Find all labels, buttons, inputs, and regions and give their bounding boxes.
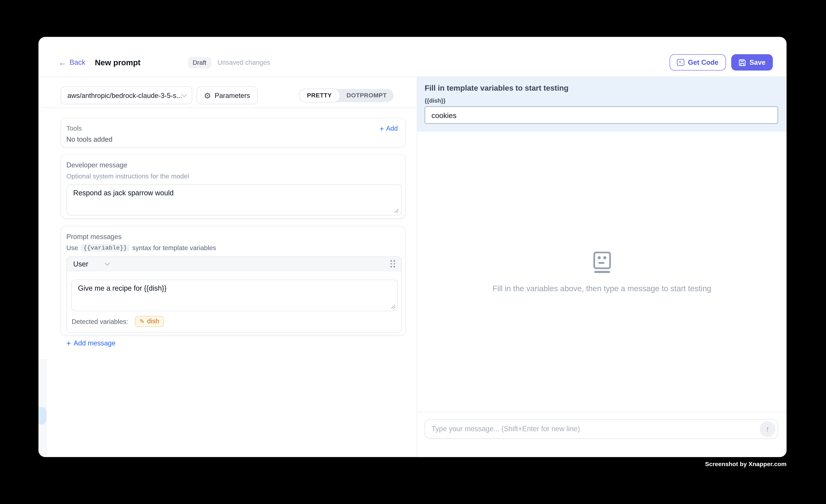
parameters-label: Parameters bbox=[215, 91, 250, 99]
tester-panel: Fill in template variables to start test… bbox=[417, 77, 786, 457]
back-arrow-icon: ← bbox=[58, 58, 66, 66]
tools-empty-text: No tools added bbox=[66, 135, 398, 143]
chat-input-box: ↑ bbox=[425, 419, 778, 439]
send-arrow-icon: ↑ bbox=[766, 425, 769, 433]
empty-state-text: Fill in the variables above, then type a… bbox=[492, 284, 711, 293]
model-row: aws/anthropic/bedrock-claude-3-5-s... ⚙ … bbox=[39, 77, 417, 108]
save-button[interactable]: Save bbox=[731, 54, 773, 71]
header-actions: >_ Get Code Save bbox=[669, 54, 773, 71]
back-label: Back bbox=[69, 58, 85, 66]
screenshot-stage: ← Back New prompt Draft Unsaved changes … bbox=[0, 0, 826, 504]
developer-message-subtitle: Optional system instructions for the mod… bbox=[66, 173, 401, 180]
variable-badge-dish[interactable]: ✎ dish bbox=[135, 316, 164, 327]
edge-highlight-fragment bbox=[39, 407, 46, 425]
prompt-messages-title: Prompt messages bbox=[66, 233, 401, 241]
developer-message-input[interactable] bbox=[66, 184, 402, 215]
developer-message-field-wrap bbox=[66, 184, 401, 215]
add-tool-label: Add bbox=[386, 125, 398, 132]
unsaved-changes-text: Unsaved changes bbox=[217, 59, 270, 66]
detected-variables-row: Detected variables: ✎ dish bbox=[67, 311, 401, 332]
detected-variables-label: Detected variables: bbox=[72, 318, 128, 325]
variables-fill-section: Fill in template variables to start test… bbox=[417, 77, 786, 132]
back-button[interactable]: ← Back bbox=[58, 58, 85, 66]
variable-value-input[interactable] bbox=[425, 106, 778, 124]
message-role-select[interactable]: User bbox=[73, 260, 109, 268]
status-badge: Draft bbox=[188, 57, 211, 68]
add-message-button[interactable]: + Add message bbox=[66, 339, 116, 347]
model-selector[interactable]: aws/anthropic/bedrock-claude-3-5-s... bbox=[61, 86, 192, 104]
watermark-text: Screenshot by Xnapper.com bbox=[0, 461, 786, 467]
parameters-button[interactable]: ⚙ Parameters bbox=[196, 86, 257, 104]
resize-grip-icon[interactable] bbox=[394, 208, 399, 213]
resize-grip-icon[interactable] bbox=[391, 304, 396, 309]
developer-message-title: Developer message bbox=[66, 161, 401, 169]
hint-prefix: Use bbox=[66, 244, 78, 251]
hint-suffix: syntax for template variables bbox=[132, 244, 216, 251]
chat-empty-state: Fill in the variables above, then type a… bbox=[417, 132, 786, 412]
chevron-down-icon bbox=[182, 91, 187, 97]
pencil-icon: ✎ bbox=[140, 318, 144, 325]
view-toggle: PRETTY DOTPROMPT bbox=[299, 89, 394, 102]
prompt-messages-card: Prompt messages Use {{variable}} syntax … bbox=[61, 226, 406, 335]
developer-message-card: Developer message Optional system instru… bbox=[61, 154, 406, 218]
tools-title: Tools bbox=[66, 125, 82, 132]
message-role-value: User bbox=[73, 260, 88, 268]
add-message-label: Add message bbox=[74, 339, 115, 347]
get-code-button[interactable]: >_ Get Code bbox=[669, 54, 726, 71]
variable-syntax-hint: Use {{variable}} syntax for template var… bbox=[66, 244, 401, 252]
variable-badge-label: dish bbox=[147, 317, 159, 325]
tools-card: Tools + Add No tools added bbox=[61, 118, 406, 147]
save-icon bbox=[738, 59, 746, 66]
chat-message-input[interactable] bbox=[431, 425, 760, 433]
message-body bbox=[67, 271, 401, 311]
message-header: User bbox=[67, 257, 401, 271]
chevron-down-icon bbox=[104, 260, 110, 265]
chat-input-bar: ↑ bbox=[417, 412, 786, 457]
toggle-option-dotprompt[interactable]: DOTPROMPT bbox=[340, 92, 394, 99]
send-button[interactable]: ↑ bbox=[760, 421, 775, 437]
prompt-editor-panel: aws/anthropic/bedrock-claude-3-5-s... ⚙ … bbox=[39, 77, 417, 457]
plus-icon: + bbox=[66, 339, 71, 347]
terminal-icon: >_ bbox=[677, 59, 684, 66]
toggle-option-pretty[interactable]: PRETTY bbox=[299, 89, 340, 102]
variable-key-label: {{dish}} bbox=[425, 98, 778, 104]
header: ← Back New prompt Draft Unsaved changes … bbox=[39, 37, 786, 77]
page-title: New prompt bbox=[95, 58, 140, 67]
message-block: User bbox=[66, 256, 402, 333]
app-window: ← Back New prompt Draft Unsaved changes … bbox=[39, 37, 786, 457]
plus-icon: + bbox=[379, 125, 384, 132]
get-code-label: Get Code bbox=[688, 58, 718, 66]
variable-code-chip: {{variable}} bbox=[81, 244, 130, 252]
editor-content: Tools + Add No tools added Developer mes… bbox=[39, 108, 417, 335]
model-selector-value: aws/anthropic/bedrock-claude-3-5-s... bbox=[67, 91, 182, 99]
fill-variables-title: Fill in template variables to start test… bbox=[425, 84, 778, 92]
add-tool-button[interactable]: + Add bbox=[379, 125, 398, 132]
tools-header: Tools + Add bbox=[66, 125, 398, 132]
main-split: aws/anthropic/bedrock-claude-3-5-s... ⚙ … bbox=[39, 77, 786, 457]
gear-icon: ⚙ bbox=[204, 91, 211, 99]
message-content-input[interactable] bbox=[71, 279, 398, 311]
drag-handle-icon[interactable] bbox=[390, 260, 395, 267]
robot-face-icon bbox=[591, 251, 612, 273]
save-label: Save bbox=[750, 58, 765, 66]
message-field-wrap bbox=[71, 279, 398, 311]
